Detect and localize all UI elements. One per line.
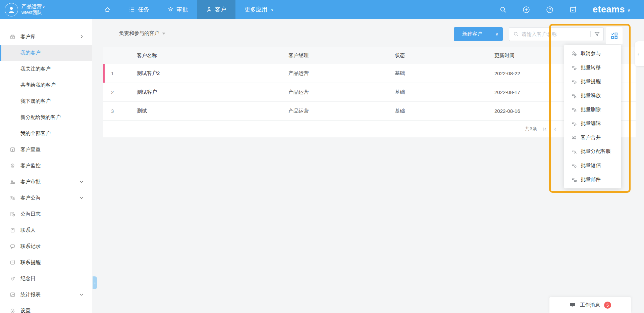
sidebar-item-anniversary[interactable]: 纪念日 — [0, 270, 92, 286]
sidebar-item-contact-records[interactable]: 联系记录 — [0, 238, 92, 254]
sidebar-item-customer-monitor[interactable]: 客户监控 — [0, 158, 92, 174]
table-header-row: 客户名称 客户经理 状态 更新时间 — [103, 47, 636, 64]
chevron-down-icon — [79, 179, 84, 184]
nav-tasks-label: 任务 — [138, 6, 149, 13]
sidebar-item-my-customers[interactable]: 我的客户 — [0, 45, 92, 61]
view-filter-label: 负责和参与的客户 — [119, 30, 159, 37]
batch-assign-service-icon — [571, 148, 577, 154]
global-search-button[interactable] — [499, 6, 507, 13]
search-icon — [499, 6, 507, 13]
news-icon — [569, 6, 577, 14]
work-message-bar[interactable]: 工作消息 5 — [549, 297, 631, 313]
logo-chevron-down-icon: ∨ — [627, 8, 631, 13]
org-block: 产品运营∨ wtest团队 — [21, 3, 45, 15]
gear-icon — [9, 308, 15, 313]
sidebar-item-customer-dedupe[interactable]: 客户查重 — [0, 141, 92, 158]
dedupe-icon — [9, 147, 15, 152]
first-page-button[interactable] — [542, 127, 547, 132]
customer-manager: 产品运营 — [288, 108, 395, 114]
table-row[interactable]: 1 测试客户2 产品运营 基础 2022-08-22 — [103, 64, 636, 83]
sidebar-item-contact-reminders[interactable]: 联系提醒 — [0, 254, 92, 270]
sidebar-item-all-my-customers[interactable]: 我的全部客户 — [0, 125, 92, 141]
row-index: 3 — [103, 108, 137, 114]
log-clock-icon — [9, 211, 15, 217]
help-button[interactable]: ? — [546, 6, 554, 14]
sidebar-item-reports[interactable]: 统计报表 — [0, 286, 92, 303]
sidebar-item-open-sea-log[interactable]: 公海日志 — [0, 206, 92, 222]
logo-text: eteams — [593, 4, 625, 15]
new-customer-dropdown-button[interactable]: ∨ — [491, 27, 503, 41]
menu-item-batch-remind[interactable]: 批量提醒 — [564, 75, 621, 89]
home-icon — [104, 6, 111, 13]
batch-operations-button[interactable] — [606, 27, 623, 44]
filter-funnel-icon[interactable] — [594, 31, 600, 37]
new-customer-button[interactable]: 新建客户 — [454, 27, 491, 41]
menu-item-customer-merge[interactable]: 客户合并 — [564, 131, 621, 145]
view-filter-dropdown[interactable]: 负责和参与的客户 — [119, 30, 165, 37]
customer-search-box — [509, 27, 604, 41]
sidebar-item-newly-assigned[interactable]: 新分配给我的客户 — [0, 109, 92, 125]
sidebar-item-subordinate-customers[interactable]: 我下属的客户 — [0, 93, 92, 109]
customer-status: 基础 — [395, 89, 494, 95]
sidebar-item-contacts[interactable]: 联系人 — [0, 222, 92, 238]
search-divider — [590, 31, 591, 37]
sidebar-item-customer-library[interactable]: 客户库 — [0, 29, 92, 45]
row-index: 2 — [103, 89, 137, 95]
batch-delete-icon — [571, 107, 577, 113]
sidebar-item-label: 联系人 — [20, 227, 36, 233]
eteams-logo[interactable]: eteams ∨ — [593, 4, 631, 15]
batch-sms-icon — [571, 163, 577, 168]
nav-tasks[interactable]: 任务 — [120, 0, 158, 19]
sidebar-item-label: 设置 — [20, 308, 31, 313]
avatar[interactable] — [5, 3, 18, 16]
approval-icon — [167, 6, 174, 13]
menu-item-batch-sms[interactable]: 批量短信 — [564, 159, 621, 173]
menu-item-batch-delete[interactable]: 批量删除 — [564, 102, 621, 117]
menu-item-batch-assign-service[interactable]: 批量分配客服 — [564, 144, 621, 159]
sidebar-item-customer-approval[interactable]: 客户审批 — [0, 174, 92, 190]
quick-add-button[interactable] — [522, 6, 530, 14]
sidebar-item-label: 我下属的客户 — [20, 98, 51, 104]
sidebar-item-label: 我的全部客户 — [20, 130, 51, 137]
col-customer-name: 客户名称 — [137, 52, 288, 59]
row-index: 1 — [103, 71, 137, 76]
prev-page-button[interactable] — [553, 127, 558, 132]
table-row[interactable]: 2 测试客户 产品运营 基础 2022-08-17 — [103, 83, 636, 102]
chevron-down-icon — [79, 292, 84, 297]
menu-item-batch-release[interactable]: 批量释放 — [564, 89, 621, 103]
current-team-switcher[interactable]: 产品运营∨ wtest团队 — [5, 0, 45, 19]
sidebar-item-label: 客户审批 — [20, 179, 41, 185]
main-nav: 任务 审批 客户 更多应用 ∨ — [95, 0, 283, 19]
org-caret-icon: ∨ — [42, 5, 45, 9]
tasks-icon — [129, 6, 135, 13]
sidebar-item-settings[interactable]: 设置 — [0, 303, 92, 313]
menu-item-batch-transfer[interactable]: 批量转移 — [564, 61, 621, 75]
search-input[interactable] — [522, 31, 587, 37]
top-header: 产品运营∨ wtest团队 任务 审批 客户 — [0, 0, 644, 19]
nav-customer[interactable]: 客户 — [197, 0, 235, 19]
unread-count-badge: 5 — [604, 302, 611, 309]
sidebar-item-shared-with-me[interactable]: 共享给我的客户 — [0, 77, 92, 93]
customer-status: 基础 — [395, 70, 494, 77]
menu-item-batch-edit[interactable]: 批量编辑 — [564, 117, 621, 131]
table-row[interactable]: 3 测试 产品运营 基础 2022-08-16 — [103, 102, 636, 121]
sidebar-collapse-handle[interactable]: ‹ — [93, 276, 97, 289]
nav-more-apps[interactable]: 更多应用 ∨ — [235, 0, 283, 19]
menu-item-batch-email[interactable]: 批量邮件 — [564, 172, 621, 186]
customer-manager: 产品运营 — [288, 89, 395, 95]
help-circle-icon: ? — [546, 6, 554, 14]
customer-name[interactable]: 测试客户 — [137, 89, 288, 95]
nav-approval[interactable]: 审批 — [158, 0, 197, 19]
sidebar-item-open-sea[interactable]: 客户公海 — [0, 190, 92, 206]
menu-item-cancel-participate[interactable]: 取消参与 — [564, 47, 621, 61]
customer-name[interactable]: 测试 — [137, 108, 288, 114]
sidebar-item-followed-customers[interactable]: 我关注的客户 — [0, 61, 92, 77]
org-name: 产品运营 — [21, 3, 42, 9]
nav-home[interactable] — [95, 0, 120, 19]
right-panel-collapse-handle[interactable]: ‹ — [635, 41, 644, 66]
news-button[interactable] — [569, 6, 577, 14]
customer-name[interactable]: 测试客户2 — [137, 70, 288, 77]
chat-icon — [9, 243, 15, 249]
col-status: 状态 — [395, 52, 494, 59]
col-customer-manager: 客户经理 — [288, 52, 395, 59]
